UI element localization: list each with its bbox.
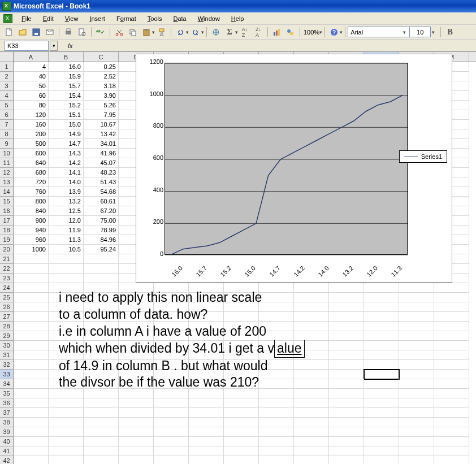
cell-C40[interactable] (84, 437, 119, 446)
cell-A8[interactable]: 200 (14, 129, 49, 139)
menu-view[interactable]: View (60, 14, 83, 23)
cell-C3[interactable]: 3.18 (84, 81, 119, 91)
namebox-dropdown-icon[interactable]: ▾ (50, 41, 58, 51)
cell-E40[interactable] (154, 437, 189, 446)
row-header-39[interactable]: 39 (0, 427, 14, 437)
cell-L36[interactable] (399, 398, 434, 408)
column-header-A[interactable]: A (14, 52, 49, 62)
cell-E42[interactable] (154, 456, 189, 464)
cell-L38[interactable] (399, 418, 434, 427)
cell-A23[interactable] (14, 274, 49, 283)
cell-A7[interactable]: 160 (14, 120, 49, 129)
menu-format[interactable]: Format (112, 14, 141, 23)
row-header-21[interactable]: 21 (0, 254, 14, 264)
cell-F42[interactable] (189, 456, 224, 464)
workbook-icon[interactable] (3, 14, 12, 23)
cell-H36[interactable] (259, 398, 294, 408)
cell-B14[interactable]: 13.9 (49, 187, 84, 197)
cell-C10[interactable]: 41.96 (84, 149, 119, 158)
row-header-40[interactable]: 40 (0, 437, 14, 446)
row-header-36[interactable]: 36 (0, 398, 14, 408)
cell-M41[interactable] (434, 446, 469, 456)
menu-edit[interactable]: Edit (38, 14, 58, 23)
cell-A27[interactable] (14, 312, 49, 322)
row-header-26[interactable]: 26 (0, 302, 14, 312)
open-button[interactable] (16, 26, 29, 38)
row-header-27[interactable]: 27 (0, 312, 14, 322)
cell-C6[interactable]: 7.95 (84, 110, 119, 120)
embedded-chart[interactable]: 020040060080010001200 16.015.715.215.014… (136, 54, 452, 283)
row-header-4[interactable]: 4 (0, 91, 14, 101)
cell-B9[interactable]: 14.7 (49, 139, 84, 149)
spellcheck-button[interactable]: ᴬᴮ✓ (94, 26, 107, 38)
row-header-33[interactable]: 33 (0, 370, 14, 379)
cell-B1[interactable]: 16.0 (49, 62, 84, 72)
font-select[interactable]: Arial (348, 27, 410, 37)
cell-A34[interactable] (14, 379, 49, 389)
cell-A32[interactable] (14, 360, 49, 370)
cell-C13[interactable]: 51.43 (84, 177, 119, 187)
row-header-20[interactable]: 20 (0, 245, 14, 254)
cell-F41[interactable] (189, 446, 224, 456)
cell-B2[interactable]: 15.9 (49, 72, 84, 81)
row-header-6[interactable]: 6 (0, 110, 14, 120)
cell-B38[interactable] (49, 418, 84, 427)
column-header-B[interactable]: B (49, 52, 84, 62)
cell-L39[interactable] (399, 427, 434, 437)
menu-tools[interactable]: Tools (143, 14, 167, 23)
row-header-3[interactable]: 3 (0, 81, 14, 91)
cell-C12[interactable]: 48.23 (84, 168, 119, 177)
cell-E37[interactable] (154, 408, 189, 418)
cell-A42[interactable] (14, 456, 49, 464)
row-header-2[interactable]: 2 (0, 72, 14, 81)
cell-A13[interactable]: 720 (14, 177, 49, 187)
select-all-corner[interactable] (0, 52, 14, 62)
cell-L41[interactable] (399, 446, 434, 456)
cell-G39[interactable] (224, 427, 259, 437)
cell-K41[interactable] (364, 446, 399, 456)
menu-insert[interactable]: Insert (85, 14, 110, 23)
sort-asc-button[interactable]: A↓Z (239, 26, 251, 38)
cell-G40[interactable] (224, 437, 259, 446)
bold-button[interactable]: B (444, 26, 456, 38)
row-header-11[interactable]: 11 (0, 158, 14, 168)
cell-I42[interactable] (294, 456, 329, 464)
cell-A15[interactable]: 800 (14, 197, 49, 206)
cell-B17[interactable]: 12.0 (49, 216, 84, 226)
cell-I37[interactable] (294, 408, 329, 418)
cut-button[interactable] (113, 26, 126, 38)
cell-A40[interactable] (14, 437, 49, 446)
cell-M42[interactable] (434, 456, 469, 464)
name-box[interactable]: K33 (5, 41, 49, 51)
email-button[interactable] (44, 26, 56, 38)
paste-dropdown-icon[interactable]: ▾ (152, 29, 155, 35)
column-header-C[interactable]: C (84, 52, 119, 62)
row-header-16[interactable]: 16 (0, 206, 14, 216)
row-header-23[interactable]: 23 (0, 274, 14, 283)
cell-D41[interactable] (119, 446, 154, 456)
cell-A14[interactable]: 760 (14, 187, 49, 197)
cell-D39[interactable] (119, 427, 154, 437)
print-preview-button[interactable] (76, 26, 88, 38)
cell-K38[interactable] (364, 418, 399, 427)
cell-A28[interactable] (14, 322, 49, 331)
menu-window[interactable]: Window (193, 14, 224, 23)
cell-C23[interactable] (84, 274, 119, 283)
cell-C7[interactable]: 10.67 (84, 120, 119, 129)
cell-E39[interactable] (154, 427, 189, 437)
cell-I38[interactable] (294, 418, 329, 427)
cell-C16[interactable]: 67.20 (84, 206, 119, 216)
cell-M36[interactable] (434, 398, 469, 408)
font-dropdown-icon[interactable]: ▾ (403, 29, 406, 35)
cell-J40[interactable] (329, 437, 364, 446)
row-header-42[interactable]: 42 (0, 456, 14, 464)
drawing-button[interactable] (284, 26, 297, 38)
cell-J41[interactable] (329, 446, 364, 456)
cell-G37[interactable] (224, 408, 259, 418)
cell-J37[interactable] (329, 408, 364, 418)
row-header-18[interactable]: 18 (0, 226, 14, 235)
cell-B19[interactable]: 11.3 (49, 235, 84, 245)
cell-A25[interactable] (14, 293, 49, 302)
cell-K40[interactable] (364, 437, 399, 446)
autosum-dropdown-icon[interactable]: ▾ (235, 29, 238, 35)
